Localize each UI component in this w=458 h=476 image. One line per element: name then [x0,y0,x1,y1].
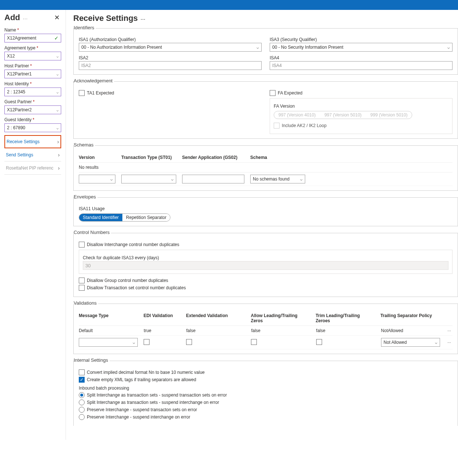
checkbox-icon[interactable]: ✓ [79,377,85,383]
batch-option-1[interactable]: Split Interchange as transaction sets - … [79,399,453,405]
fa-label: FA Expected [278,90,302,96]
isa3-label: ISA3 (Security Qualifier) [270,37,453,42]
isa11-option-repetition[interactable]: Repetition Separator [122,214,170,221]
check-icon: ✓ [54,35,59,41]
batch-label: Inbound batch processing [79,386,453,391]
agreement-type-select[interactable]: X12⌵ [4,52,61,60]
schema-select[interactable]: No schemas found⌵ [250,175,305,183]
isa11-option-standard[interactable]: Standard Identifier [79,214,122,221]
col-sender-app: Sender Application (GS02) [182,155,244,160]
batch-option-0[interactable]: Split Interchange as transaction sets - … [79,392,453,398]
nav-send-settings[interactable]: Send Settings› [4,148,61,161]
chevron-down-icon: ⌵ [110,177,113,182]
chevron-down-icon: ⌵ [256,45,259,50]
isa2-label: ISA2 [79,55,262,60]
checkbox-icon[interactable] [79,285,85,291]
host-identity-select[interactable]: 2 : 12345⌵ [4,88,61,96]
isa13-label: Check for duplicate ISA13 every (days) [83,255,448,260]
fa-version-option: 997 (Version 4010) [274,111,320,119]
internal-legend: Internal Settings [74,357,110,363]
disallow-trans-row[interactable]: Disallow Transaction set control number … [79,285,453,291]
close-icon[interactable]: ✕ [53,14,61,22]
guest-identity-select[interactable]: 2 : 67890⌵ [4,123,61,132]
batch-option-2[interactable]: Preserve Interchange - suspend transacto… [79,407,453,413]
name-field[interactable]: X12Agreement✓ [4,34,61,42]
include-ak2-label: Include AK2 / IK2 Loop [282,123,326,128]
chevron-right-icon: › [57,139,59,145]
isa4-input[interactable]: ISA4 [270,61,453,70]
isa11-toggle[interactable]: Standard Identifier Repetition Separator [79,213,170,222]
isa1-label: ISA1 (Authorization Qualifier) [79,37,262,42]
vcol-policy: Trailing Separator Policy [380,313,439,323]
vcol-edi: EDI Validation [144,313,180,323]
row-more-icon[interactable]: ··· [446,328,453,333]
more-icon[interactable]: ··· [23,16,28,21]
ext-checkbox[interactable] [186,339,192,345]
chevron-right-icon: › [58,165,60,171]
version-select[interactable]: ⌵ [79,175,115,183]
host-partner-select[interactable]: X12Partner1⌵ [4,70,61,78]
nav-rosettanet[interactable]: RosettaNet PIP referenc› [4,161,61,175]
identifiers-legend: Identifiers [74,25,96,30]
checkbox-icon[interactable] [79,369,85,375]
sidebar-title: Add [4,13,20,22]
create-empty-checkbox-row[interactable]: ✓ Create empty XML tags if trailing sepa… [79,377,453,383]
msgtype-select[interactable]: ⌵ [79,338,138,347]
chevron-down-icon: ⌵ [171,177,174,182]
col-transaction-type: Transaction Type (ST01) [121,155,176,160]
allow-checkbox[interactable] [251,339,257,345]
sender-app-input[interactable] [182,175,244,183]
transaction-type-select[interactable]: ⌵ [121,175,176,183]
sidebar: Add ··· ✕ Name* X12Agreement✓ Agreement … [0,10,66,440]
name-label: Name* [4,27,61,33]
schemas-legend: Schemas [74,142,95,148]
isa2-input[interactable]: ISA2 [79,61,262,70]
chevron-right-icon: › [58,152,60,158]
chevron-down-icon: ⌵ [133,340,135,345]
checkbox-icon[interactable] [270,90,276,96]
col-schema: Schema [250,155,453,160]
radio-icon[interactable] [79,407,85,413]
disallow-interchange-row[interactable]: Disallow Interchange control number dupl… [79,242,453,248]
vcol-msgtype: Message Type [79,313,138,323]
radio-icon[interactable] [79,392,85,398]
checkbox-icon[interactable] [79,278,85,283]
radio-icon[interactable] [79,414,85,420]
more-icon[interactable]: ··· [141,17,145,22]
radio-icon[interactable] [79,399,85,405]
fa-version-label: FA Version [274,104,448,109]
checkbox-icon [274,123,280,129]
trim-checkbox[interactable] [316,339,322,345]
control-legend: Control Numbers [74,230,111,235]
batch-option-3[interactable]: Preserve Interchange - suspend interchan… [79,414,453,420]
row-more-icon[interactable]: ··· [446,340,453,345]
guest-identity-label: Guest Identity* [4,117,61,122]
chevron-down-icon: ⌵ [56,54,59,58]
policy-select[interactable]: Not Allowed⌵ [381,338,440,347]
ack-legend: Acknowledgement [74,78,114,83]
ta1-checkbox-row[interactable]: TA1 Expected [79,90,262,96]
validation-row: Default true false false false NotAllowe… [79,326,453,336]
convert-checkbox-row[interactable]: Convert implied decimal format Nn to bas… [79,369,453,375]
internal-settings-panel: Internal Settings Convert implied decima… [73,361,458,426]
isa1-select[interactable]: 00 - No Authorization Information Presen… [79,43,262,52]
isa3-select[interactable]: 00 - No Security Information Present⌵ [270,43,453,52]
isa13-days-input: 30 [83,261,448,270]
guest-partner-select[interactable]: X12Partner2⌵ [4,105,61,114]
isa4-label: ISA4 [270,55,453,60]
chevron-down-icon: ⌵ [300,177,303,182]
control-numbers-panel: Control Numbers Disallow Interchange con… [73,233,458,297]
checkbox-icon[interactable] [79,242,85,248]
main-content: Receive Settings ··· Identifiers ISA1 (A… [66,10,458,440]
fa-version-option: 999 (Version 5010) [366,111,412,119]
chevron-down-icon: ⌵ [56,90,59,94]
validations-panel: Validations Message Type EDI Validation … [73,304,458,354]
disallow-group-row[interactable]: Disallow Group control number duplicates [79,278,453,283]
nav-receive-settings[interactable]: Receive Settings› [4,135,61,148]
fa-checkbox-row[interactable]: FA Expected [270,90,453,96]
host-identity-label: Host Identity* [4,81,61,86]
chevron-down-icon: ⌵ [435,340,437,345]
schemas-panel: Schemas Version Transaction Type (ST01) … [73,145,458,191]
edi-checkbox[interactable] [144,339,149,345]
checkbox-icon[interactable] [79,90,85,96]
